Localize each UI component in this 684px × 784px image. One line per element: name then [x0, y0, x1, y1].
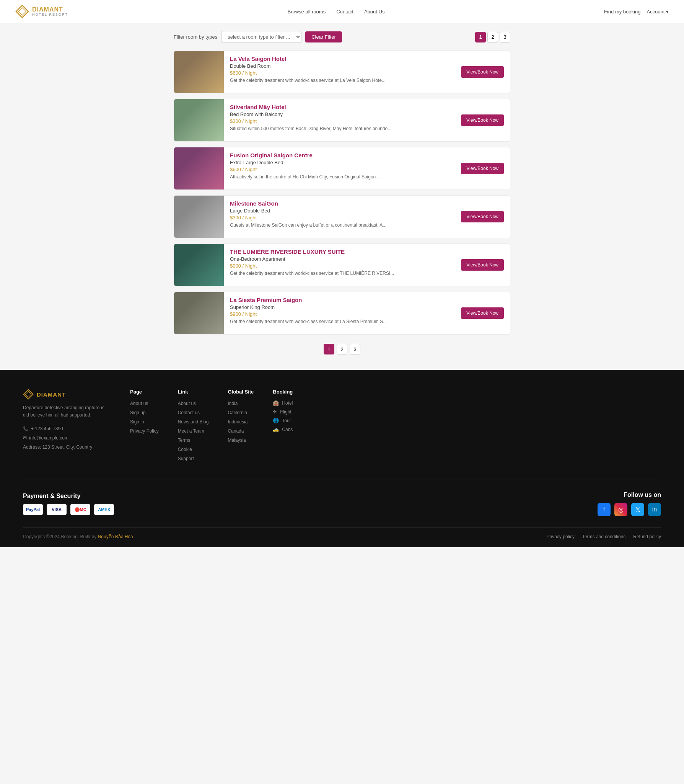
hotel-price: $600 / Night [230, 70, 449, 76]
filter-select[interactable]: select a room type to filter ... [221, 31, 301, 43]
list-item[interactable]: India [228, 401, 238, 406]
book-button[interactable]: View/Book Now [461, 66, 504, 78]
hotel-room-type: Superior King Room [230, 304, 449, 310]
hotel-price: $300 / Night [230, 215, 449, 220]
hotel-list: La Vela Saigon Hotel Double Bed Room $60… [170, 51, 514, 335]
footer-col-link: Link About usContact usNews and BlogMeet… [178, 389, 209, 464]
list-item: ✈ Flight [273, 409, 293, 415]
nav-about[interactable]: About Us [364, 9, 384, 15]
footer-link[interactable]: Privacy policy [547, 534, 575, 539]
hotel-room-type: Extra-Large Double Bed [230, 160, 449, 165]
hotel-name: La Siesta Premium Saigon [230, 297, 449, 303]
footer-links: Privacy policyTerms and conditionsRefund… [547, 534, 661, 539]
page-btn-2[interactable]: 2 [487, 32, 498, 42]
book-button[interactable]: View/Book Now [461, 163, 504, 174]
book-button[interactable]: View/Book Now [461, 114, 504, 126]
list-item[interactable]: Support [178, 456, 194, 461]
facebook-icon[interactable]: f [598, 503, 611, 516]
hotel-info: Milestone SaiGon Large Double Bed $300 /… [224, 196, 455, 238]
page-btn-3[interactable]: 3 [500, 32, 510, 42]
twitter-icon[interactable]: 𝕏 [631, 503, 644, 516]
hotel-image [174, 51, 224, 93]
list-item[interactable]: About us [178, 401, 196, 406]
page-btn-1[interactable]: 1 [475, 32, 486, 42]
paypal-icon: PayPal [23, 504, 43, 515]
hotel-card: THE LUMIÈRE RIVERSIDE LUXURY SUITE One-B… [174, 243, 510, 286]
page-bottom-btn-2[interactable]: 2 [337, 344, 347, 354]
hotel-room-type: Double Bed Room [230, 63, 449, 69]
footer-link-title: Link [178, 389, 209, 395]
footer-link[interactable]: Refund policy [633, 534, 661, 539]
hotel-action: View/Book Now [455, 292, 510, 334]
svg-marker-3 [25, 391, 31, 397]
list-item[interactable]: Privacy Policy [130, 428, 159, 434]
instagram-icon[interactable]: ◎ [614, 503, 627, 516]
footer-col-page: Page About usSign upSign inPrivacy Polic… [130, 389, 159, 464]
hotel-card: Fusion Original Saigon Centre Extra-Larg… [174, 147, 510, 190]
hotel-image [174, 292, 224, 334]
brand-sub: HOTEL·RESORT [32, 13, 68, 17]
nav-find-booking[interactable]: Find my booking [604, 9, 640, 15]
booking-label[interactable]: Flight [280, 409, 291, 415]
hotel-price: $900 / Night [230, 263, 449, 269]
footer-brand-desc: Departure defective arranging rapturous … [23, 404, 107, 419]
hotel-room-type: One-Bedroom Apartment [230, 256, 449, 262]
footer-author-link[interactable]: Nguyễn Bảo Hòa [98, 534, 133, 539]
follow-section: Follow us on f ◎ 𝕏 in [598, 492, 661, 516]
list-item[interactable]: Cookie [178, 447, 192, 452]
footer-col-global: Global Site IndiaCaliforniaIndonesiaCana… [228, 389, 254, 464]
list-item[interactable]: News and Blog [178, 419, 209, 425]
booking-icon: 🚕 [273, 426, 279, 432]
hotel-image [174, 196, 224, 238]
booking-label[interactable]: Cabs [282, 427, 293, 432]
list-item[interactable]: Contact us [178, 410, 200, 415]
footer-top: DIAMANT Departure defective arranging ra… [23, 389, 661, 480]
clear-filter-button[interactable]: Clear Filter [305, 31, 342, 42]
list-item[interactable]: Malaysia [228, 438, 246, 443]
page-bottom-btn-3[interactable]: 3 [350, 344, 360, 354]
footer-logo-icon [23, 389, 34, 400]
booking-icon: ✈ [273, 409, 277, 415]
hotel-image [174, 147, 224, 189]
linkedin-icon[interactable]: in [648, 503, 661, 516]
footer: DIAMANT Departure defective arranging ra… [0, 370, 684, 547]
hotel-price: $300 / Night [230, 118, 449, 124]
nav-right: Find my booking Account ▾ [604, 9, 669, 15]
nav-contact[interactable]: Contact [336, 9, 353, 15]
list-item[interactable]: Terms [178, 438, 191, 443]
hotel-info: La Siesta Premium Saigon Superior King R… [224, 292, 455, 334]
hotel-action: View/Book Now [455, 196, 510, 238]
book-button[interactable]: View/Book Now [461, 211, 504, 222]
footer-email: info@example.com [29, 435, 68, 441]
mastercard-icon: 🔴MC [70, 504, 90, 515]
svg-marker-0 [16, 5, 28, 18]
hotel-image [174, 99, 224, 141]
book-button[interactable]: View/Book Now [461, 307, 504, 319]
email-icon: ✉ [23, 435, 27, 441]
payment-icons: PayPal VISA 🔴MC AMEX [23, 504, 114, 515]
pagination-top: 1 2 3 [475, 32, 510, 42]
list-item[interactable]: About us [130, 401, 148, 406]
page-bottom-btn-1[interactable]: 1 [324, 344, 334, 354]
hotel-name: La Vela Saigon Hotel [230, 56, 449, 62]
account-button[interactable]: Account ▾ [647, 9, 669, 15]
list-item[interactable]: California [228, 410, 247, 415]
list-item[interactable]: Sign up [130, 410, 146, 415]
booking-label[interactable]: Hotel [282, 400, 293, 406]
nav-browse[interactable]: Browse all rooms [287, 9, 326, 15]
hotel-name: THE LUMIÈRE RIVERSIDE LUXURY SUITE [230, 248, 449, 255]
list-item[interactable]: Indonesia [228, 419, 248, 425]
follow-title: Follow us on [598, 492, 661, 498]
list-item[interactable]: Meet a Team [178, 428, 204, 434]
hotel-desc: Guests at Milestone SaiGon can enjoy a b… [230, 222, 449, 228]
footer-link[interactable]: Terms and conditions [582, 534, 625, 539]
footer-bottom: Copyrights ©2024 Booking. Build by Nguyễ… [23, 528, 661, 547]
svg-marker-1 [18, 8, 26, 15]
phone-icon: 📞 [23, 426, 29, 431]
booking-label[interactable]: Tour [282, 418, 291, 423]
list-item[interactable]: Sign in [130, 419, 144, 425]
logo[interactable]: DIAMANT HOTEL·RESORT [15, 5, 68, 18]
book-button[interactable]: View/Book Now [461, 259, 504, 271]
list-item[interactable]: Canada [228, 428, 244, 434]
hotel-desc: Get the celebrity treatment with world-c… [230, 78, 449, 83]
